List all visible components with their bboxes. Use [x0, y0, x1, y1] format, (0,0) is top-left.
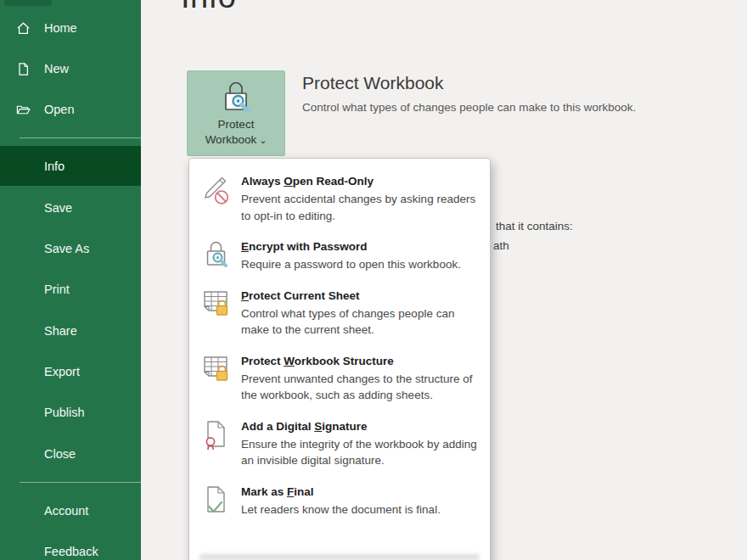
menu-item-encrypt-with-password[interactable]: Encrypt with Password Require a password… — [189, 232, 490, 281]
sidebar-item-export[interactable]: Export — [0, 359, 141, 384]
sidebar-item-label: Share — [44, 324, 77, 338]
pencil-block-icon — [202, 173, 231, 205]
menu-item-title: Protect Current Sheet — [241, 289, 360, 302]
menu-item-title: Encrypt with Password — [241, 240, 368, 253]
protect-workbook-heading: Protect Workbook — [302, 73, 444, 93]
menu-item-mark-as-final[interactable]: Mark as Final Let readers know the docum… — [189, 477, 490, 526]
sidebar-item-label: Home — [44, 21, 77, 35]
sidebar-item-info-selected[interactable]: Info — [0, 146, 141, 186]
sidebar-item-open[interactable]: Open — [0, 97, 141, 122]
lock-key-icon — [202, 238, 231, 271]
sidebar-item-label: Info — [44, 160, 65, 173]
sidebar-item-label: Feedback — [44, 545, 98, 558]
sidebar-item-label: New — [44, 62, 69, 76]
sidebar-item-print[interactable]: Print — [0, 277, 141, 302]
sidebar-item-feedback[interactable]: Feedback — [0, 539, 141, 560]
sidebar-item-label: Export — [44, 365, 80, 378]
protect-button-label-line1: Protect — [218, 117, 255, 132]
sidebar-item-new[interactable]: New — [0, 56, 141, 81]
sidebar-item-label: Publish — [44, 406, 85, 419]
sidebar-item-home[interactable]: Home — [0, 15, 141, 41]
menu-item-add-digital-signature[interactable]: Add a Digital Signature Ensure the integ… — [189, 412, 490, 477]
menu-item-always-open-read-only[interactable]: Always Open Read-Only Prevent accidental… — [189, 166, 490, 232]
sidebar-item-label: Account — [44, 504, 88, 518]
sidebar-divider — [20, 137, 141, 138]
protect-workbook-dropdown-menu: Always Open Read-Only Prevent accidental… — [188, 158, 491, 560]
menu-item-description: Require a password to open this workbook… — [241, 256, 483, 273]
back-button-remnant[interactable] — [4, 0, 52, 6]
mark-final-icon — [202, 484, 231, 516]
menu-item-description: Prevent unwanted changes to the structur… — [241, 371, 483, 404]
sidebar-item-label: Close — [44, 447, 76, 461]
protect-button-label-line2: Workbook — [205, 133, 257, 146]
new-document-icon — [16, 62, 31, 76]
excel-backstage-info-view: Home New Open Info Save Save As Print — [0, 0, 747, 560]
protect-workbook-button[interactable]: Protect Workbook⌄ — [187, 70, 285, 156]
menu-item-description: Let readers know the document is final. — [241, 501, 483, 518]
sidebar-item-label: Save — [44, 201, 72, 215]
backstage-sidebar: Home New Open Info Save Save As Print — [0, 0, 141, 560]
sidebar-item-share[interactable]: Share — [0, 318, 141, 344]
sheet-lock-icon — [202, 288, 231, 320]
sidebar-item-publish[interactable]: Publish — [0, 400, 141, 425]
menu-item-protect-workbook-structure[interactable]: Protect Workbook Structure Prevent unwan… — [189, 346, 490, 412]
sidebar-item-label: Open — [44, 103, 74, 116]
menu-item-title: Always Open Read-Only — [241, 175, 374, 188]
workbook-lock-icon — [202, 353, 231, 385]
digital-signature-icon — [202, 418, 231, 451]
sidebar-item-save-as[interactable]: Save As — [0, 236, 141, 261]
menu-item-description: Control what types of changes people can… — [241, 305, 483, 339]
sidebar-divider — [20, 482, 141, 483]
sidebar-item-close[interactable]: Close — [0, 441, 141, 467]
background-text-fragment: that it contains: — [496, 220, 573, 232]
sidebar-item-save[interactable]: Save — [0, 195, 141, 221]
sidebar-item-label: Save As — [44, 242, 89, 255]
protect-workbook-description: Control what types of changes people can… — [302, 101, 636, 114]
open-folder-icon — [16, 103, 31, 117]
page-title: Info — [181, 0, 236, 15]
lock-key-icon — [216, 80, 256, 117]
menu-item-title: Protect Workbook Structure — [241, 355, 394, 367]
menu-item-description: Ensure the integrity of the workbook by … — [241, 436, 483, 469]
menu-item-protect-current-sheet[interactable]: Protect Current Sheet Control what types… — [189, 281, 490, 346]
menu-item-title: Add a Digital Signature — [241, 420, 368, 433]
background-text-fragment: ath — [493, 239, 509, 252]
sidebar-item-account[interactable]: Account — [0, 498, 141, 524]
sidebar-item-label: Print — [44, 283, 70, 296]
chevron-down-icon: ⌄ — [259, 135, 267, 145]
partially-visible-menu-item — [199, 554, 480, 560]
menu-item-description: Prevent accidental changes by asking rea… — [241, 191, 483, 224]
menu-item-title: Mark as Final — [241, 485, 314, 498]
home-icon — [16, 21, 31, 36]
